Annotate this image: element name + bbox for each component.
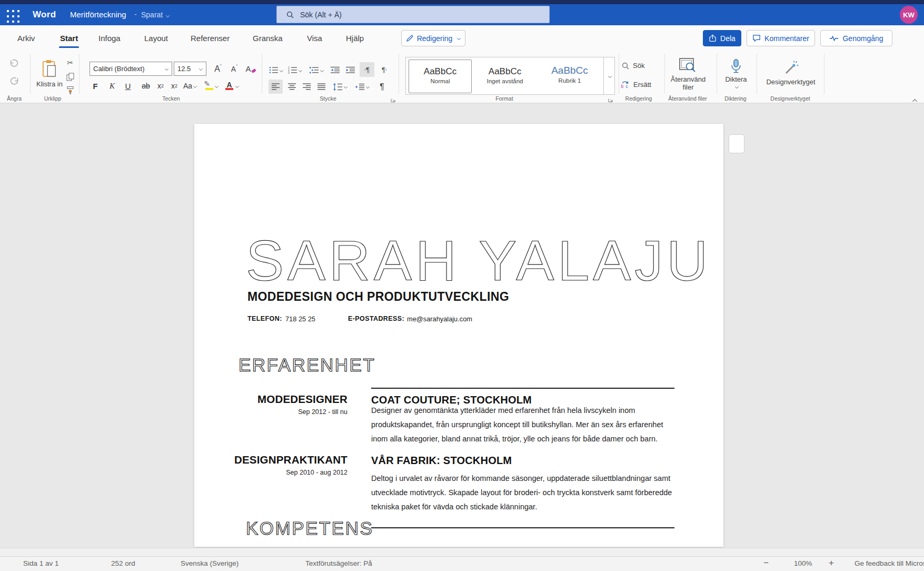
font-size-combo[interactable]: 12.5: [174, 62, 206, 76]
line-spacing-button[interactable]: [331, 80, 350, 94]
numbered-list-button[interactable]: 123: [286, 63, 303, 77]
horizontal-scrollbar[interactable]: [0, 548, 924, 556]
tab-referenser[interactable]: Referenser: [190, 32, 231, 45]
tab-granska[interactable]: Granska: [252, 32, 284, 45]
group-divider: [30, 54, 31, 94]
tab-start[interactable]: Start: [59, 32, 79, 45]
design-tool-button[interactable]: Designverktyget: [759, 54, 822, 92]
chevron-down-icon: [166, 14, 170, 17]
increase-indent-button[interactable]: [344, 63, 357, 77]
strikethrough-button[interactable]: ab: [138, 79, 154, 93]
zoom-in-icon[interactable]: +: [829, 558, 834, 568]
superscript-button[interactable]: x2: [167, 79, 181, 93]
doc-title-separator: -: [134, 10, 137, 18]
app-launcher-icon[interactable]: [7, 10, 21, 24]
reuse-files-button[interactable]: Återanvändfiler: [670, 54, 707, 94]
subscript-button[interactable]: x2: [154, 79, 167, 93]
search-bar[interactable]: [276, 6, 550, 23]
phone-value: 718 25 25: [285, 315, 315, 323]
word-count[interactable]: 252 ord: [111, 559, 135, 567]
format-painter-button[interactable]: [64, 84, 76, 96]
style-rubrik-1[interactable]: AaBbCc Rubrik 1: [538, 60, 601, 93]
reuse-files-icon: [679, 57, 697, 73]
bold-button[interactable]: F: [88, 79, 102, 93]
grow-font-button[interactable]: Aˆ: [211, 62, 225, 76]
redo-button[interactable]: [6, 74, 22, 87]
chevron-down-icon: [235, 84, 239, 87]
zoom-out-icon[interactable]: −: [763, 558, 769, 568]
canvas-side-button[interactable]: [729, 134, 744, 153]
document-title[interactable]: Meritförteckning: [70, 10, 126, 19]
decrease-indent-button[interactable]: [329, 63, 342, 77]
bullet-list-icon: [269, 66, 279, 74]
review-button[interactable]: Genomgång: [820, 30, 892, 46]
phone-label: TELEFON:: [247, 315, 282, 322]
group-divider: [757, 54, 757, 94]
highlight-color-button[interactable]: ✎: [201, 79, 220, 93]
multilevel-list-button[interactable]: [307, 63, 325, 77]
tab-arkiv[interactable]: Arkiv: [16, 32, 36, 45]
language[interactable]: Svenska (Sverige): [181, 559, 239, 567]
show-formatting-marks-button[interactable]: ¶: [375, 80, 389, 94]
align-left-button[interactable]: [269, 80, 283, 94]
find-button[interactable]: Sök: [622, 62, 644, 70]
font-color-button[interactable]: A: [222, 79, 241, 93]
collapse-ribbon-icon[interactable]: [912, 96, 917, 105]
zoom-level[interactable]: 100%: [794, 559, 812, 567]
document-page[interactable]: SARAH YALAJU MODEDESIGN OCH PRODUKTUTVEC…: [194, 124, 723, 547]
chevron-down-icon: [214, 84, 218, 87]
font-name-combo[interactable]: Calibri (Brödtext): [90, 62, 172, 76]
undo-button[interactable]: [6, 56, 22, 70]
undo-icon: [9, 58, 19, 67]
align-center-button[interactable]: [285, 80, 299, 94]
feedback-link[interactable]: Ge feedback till Microsoft: [855, 559, 924, 567]
comments-button[interactable]: Kommentarer: [747, 30, 815, 46]
shrink-font-button[interactable]: Aˇ: [227, 62, 241, 76]
tab-visa[interactable]: Visa: [306, 32, 323, 45]
line-spacing-icon: [333, 83, 343, 91]
ltr-text-direction-button[interactable]: ›¶: [360, 62, 374, 77]
tab-infoga[interactable]: Infoga: [97, 32, 122, 45]
avatar[interactable]: KW: [900, 6, 918, 24]
group-label-design: Designverktyget: [770, 95, 810, 102]
tab-layout[interactable]: Layout: [143, 32, 169, 45]
paragraph-spacing-button[interactable]: [353, 80, 372, 94]
group-label-urklipp: Urklipp: [44, 95, 62, 102]
share-icon: [709, 34, 717, 42]
rtl-text-direction-button[interactable]: ¶‹: [377, 62, 392, 77]
paste-button[interactable]: Klistra in: [36, 53, 63, 94]
style-gallery-more-button[interactable]: [603, 57, 614, 94]
chevron-down-icon: [193, 84, 197, 87]
comment-icon: [752, 34, 761, 42]
align-right-button[interactable]: [300, 80, 314, 94]
save-status[interactable]: Sparat: [141, 11, 170, 19]
format-dialog-launcher-icon[interactable]: [608, 95, 613, 101]
section-skills: KOMPETENS: [246, 518, 373, 539]
share-button[interactable]: Dela: [703, 30, 741, 46]
copy-button[interactable]: [64, 71, 76, 83]
text-predictions[interactable]: Textförutsägelser: På: [305, 559, 372, 567]
bullet-list-button[interactable]: [267, 63, 284, 77]
tab-hjalp[interactable]: Hjälp: [345, 32, 365, 45]
microphone-icon: [730, 59, 742, 74]
job-dates: Sep 2012 - till nu: [224, 408, 347, 416]
justify-button[interactable]: [314, 80, 329, 94]
stycke-dialog-launcher-icon[interactable]: [391, 95, 396, 101]
page-count[interactable]: Sida 1 av 1: [23, 559, 59, 567]
search-input[interactable]: [299, 10, 522, 19]
style-normal[interactable]: AaBbCc Normal: [409, 60, 472, 93]
paste-label: Klistra in: [36, 80, 63, 88]
clear-formatting-button[interactable]: A: [243, 62, 258, 76]
eraser-icon: [251, 68, 256, 73]
cut-button[interactable]: ✂: [64, 57, 76, 68]
underline-button[interactable]: U: [121, 79, 135, 93]
caret-down-icon: ˇ: [236, 64, 237, 69]
dictate-button[interactable]: Diktera: [720, 53, 752, 95]
editing-mode-button[interactable]: Redigering: [401, 30, 465, 46]
change-case-button[interactable]: Aa: [181, 79, 199, 93]
style-inget-avstand[interactable]: AaBbCc Inget avstånd: [473, 60, 536, 93]
italic-button[interactable]: K: [105, 79, 119, 93]
replace-button[interactable]: bc Ersätt: [621, 81, 651, 88]
search-icon: [286, 11, 294, 18]
app-name[interactable]: Word: [33, 9, 56, 20]
